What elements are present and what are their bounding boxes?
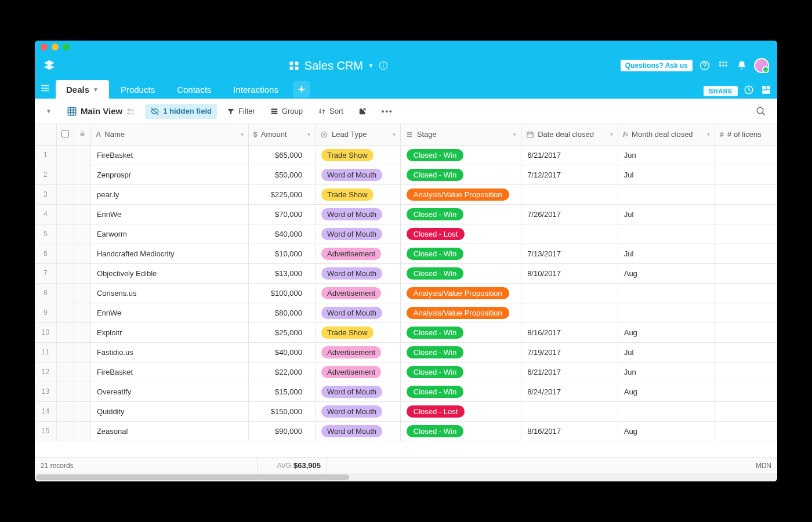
- cell-date-closed[interactable]: [521, 401, 618, 421]
- row-checkbox-cell[interactable]: [56, 244, 74, 263]
- cell-month-closed[interactable]: Aug: [618, 263, 715, 283]
- cell-stage[interactable]: Closed - Win: [400, 421, 521, 441]
- mac-minimize-button[interactable]: [52, 44, 59, 50]
- cell-amount[interactable]: $40,000: [248, 224, 316, 244]
- group-button[interactable]: Group: [265, 104, 308, 118]
- cell-name[interactable]: Overeatify: [90, 382, 248, 401]
- cell-lead-type[interactable]: Word of Mouth: [316, 165, 401, 184]
- cell-licenses[interactable]: [715, 362, 777, 382]
- cell-lead-type[interactable]: Word of Mouth: [316, 382, 401, 401]
- cell-date-closed[interactable]: 6/21/2017: [521, 145, 618, 165]
- row-expand-cell[interactable]: [74, 283, 90, 303]
- cell-month-closed[interactable]: Jun: [618, 362, 715, 382]
- col-licenses[interactable]: ## of licens: [715, 124, 777, 145]
- table-row[interactable]: 3pear.ly$225,000Trade ShowAnalysis/Value…: [35, 184, 777, 204]
- row-expand-cell[interactable]: [74, 342, 90, 362]
- cell-amount[interactable]: $25,000: [248, 322, 316, 342]
- cell-month-closed[interactable]: Jul: [618, 342, 715, 362]
- cell-name[interactable]: Fastidio.us: [90, 342, 248, 362]
- row-checkbox-cell[interactable]: [56, 303, 74, 322]
- record-count[interactable]: 21 records: [35, 458, 258, 473]
- cell-lead-type[interactable]: Word of Mouth: [316, 401, 401, 421]
- cell-name[interactable]: Zenprospr: [90, 165, 248, 184]
- cell-amount[interactable]: $100,000: [248, 283, 316, 303]
- cell-licenses[interactable]: [715, 322, 777, 342]
- cell-licenses[interactable]: [715, 303, 777, 322]
- cell-amount[interactable]: $80,000: [248, 303, 316, 322]
- row-checkbox-cell[interactable]: [56, 421, 74, 441]
- licenses-summary[interactable]: MDN: [750, 458, 777, 473]
- cell-amount[interactable]: $15,000: [248, 382, 316, 401]
- cell-licenses[interactable]: [715, 204, 777, 224]
- cell-name[interactable]: Earworm: [90, 224, 248, 244]
- cell-amount[interactable]: $65,000: [248, 145, 316, 165]
- cell-name[interactable]: Quiddity: [90, 401, 248, 421]
- row-expand-cell[interactable]: [74, 204, 90, 224]
- table-row[interactable]: 10Exploitr$25,000Trade ShowClosed - Win8…: [35, 322, 777, 342]
- cell-name[interactable]: Consens.us: [90, 283, 248, 303]
- cell-date-closed[interactable]: [521, 184, 618, 204]
- row-expand-cell[interactable]: [74, 184, 90, 204]
- cell-amount[interactable]: $10,000: [248, 244, 316, 263]
- cell-date-closed[interactable]: 6/21/2017: [521, 362, 618, 382]
- cell-month-closed[interactable]: [618, 224, 715, 244]
- table-row[interactable]: 7Objectively Edible$13,000Word of MouthC…: [35, 263, 777, 283]
- cell-month-closed[interactable]: Jul: [618, 165, 715, 184]
- cell-stage[interactable]: Analysis/Value Proposition: [400, 283, 521, 303]
- cell-name[interactable]: FireBasket: [90, 145, 248, 165]
- cell-name[interactable]: Objectively Edible: [90, 263, 248, 283]
- cell-name[interactable]: EnnWe: [90, 204, 248, 224]
- table-row[interactable]: 4EnnWe$70,000Word of MouthClosed - Win7/…: [35, 204, 777, 224]
- cell-stage[interactable]: Closed - Lost: [400, 401, 521, 421]
- history-icon[interactable]: [742, 84, 755, 96]
- row-expand-cell[interactable]: [74, 421, 90, 441]
- cell-amount[interactable]: $50,000: [248, 165, 316, 184]
- grid-view[interactable]: AName▾ $Amount▾ Lead Type▾ Stage▾ Date d…: [35, 124, 777, 457]
- cell-licenses[interactable]: [715, 382, 777, 401]
- cell-amount[interactable]: $13,000: [248, 263, 316, 283]
- cell-month-closed[interactable]: Aug: [618, 421, 715, 441]
- cell-lead-type[interactable]: Word of Mouth: [316, 263, 401, 283]
- row-expand-cell[interactable]: [74, 303, 90, 322]
- cell-stage[interactable]: Closed - Win: [400, 342, 521, 362]
- table-row[interactable]: 1FireBasket$65,000Trade ShowClosed - Win…: [35, 145, 777, 165]
- filter-button[interactable]: Filter: [222, 104, 260, 118]
- menu-icon[interactable]: [35, 78, 56, 99]
- view-switcher[interactable]: Main View: [61, 103, 140, 119]
- cell-name[interactable]: FireBasket: [90, 362, 248, 382]
- avatar[interactable]: [754, 58, 769, 73]
- cell-licenses[interactable]: [715, 342, 777, 362]
- cell-stage[interactable]: Closed - Win: [400, 165, 521, 184]
- cell-amount[interactable]: $150,000: [248, 401, 316, 421]
- col-stage[interactable]: Stage▾: [400, 124, 521, 145]
- row-expand-cell[interactable]: [74, 263, 90, 283]
- row-expand-cell[interactable]: [74, 322, 90, 342]
- col-month-closed[interactable]: fxMonth deal closed▾: [618, 124, 715, 145]
- cell-date-closed[interactable]: [521, 224, 618, 244]
- cell-lead-type[interactable]: Advertisement: [316, 342, 401, 362]
- app-logo-icon[interactable]: [43, 59, 56, 72]
- cell-month-closed[interactable]: Jul: [618, 244, 715, 263]
- cell-amount[interactable]: $40,000: [248, 342, 316, 362]
- cell-lead-type[interactable]: Advertisement: [316, 283, 401, 303]
- cell-date-closed[interactable]: 8/24/2017: [521, 382, 618, 401]
- cell-stage[interactable]: Closed - Win: [400, 263, 521, 283]
- cell-licenses[interactable]: [715, 263, 777, 283]
- row-checkbox-cell[interactable]: [56, 401, 74, 421]
- row-checkbox-cell[interactable]: [56, 204, 74, 224]
- cell-name[interactable]: Exploitr: [90, 322, 248, 342]
- mac-zoom-button[interactable]: [63, 44, 70, 50]
- notifications-icon[interactable]: [735, 59, 748, 72]
- cell-month-closed[interactable]: [618, 283, 715, 303]
- mac-close-button[interactable]: [41, 44, 48, 50]
- table-row[interactable]: 8Consens.us$100,000AdvertisementAnalysis…: [35, 283, 777, 303]
- table-row[interactable]: 9EnnWe$80,000Word of MouthAnalysis/Value…: [35, 303, 777, 322]
- hidden-fields-button[interactable]: 1 hidden field: [145, 104, 217, 119]
- cell-name[interactable]: pear.ly: [90, 184, 248, 204]
- cell-licenses[interactable]: [715, 165, 777, 184]
- cell-date-closed[interactable]: 8/10/2017: [521, 263, 618, 283]
- cell-stage[interactable]: Analysis/Value Proposition: [400, 184, 521, 204]
- row-expand-cell[interactable]: [74, 224, 90, 244]
- ask-us-button[interactable]: Questions? Ask us: [621, 60, 693, 71]
- blocks-icon[interactable]: [760, 84, 773, 96]
